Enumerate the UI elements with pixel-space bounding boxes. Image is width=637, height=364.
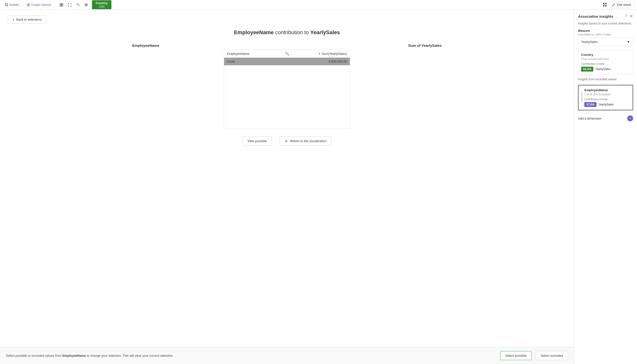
row-employee-name: Kasie [227, 60, 287, 63]
zoom-fit-icon [60, 3, 63, 7]
svg-point-11 [86, 4, 87, 5]
svg-point-5 [28, 4, 29, 5]
select-possible-label: Select possible [505, 354, 527, 358]
nav-divider [23, 2, 23, 7]
mini-bar-visual [581, 92, 582, 102]
column-headers: EmployeeName Sum of YearlySales [8, 44, 566, 48]
edit-sheet-button[interactable]: Edit sheet [609, 1, 634, 8]
excluded-field: YearlySales [598, 103, 614, 106]
select-excluded-label: Select excluded [541, 354, 563, 358]
grid-view-icon[interactable] [603, 3, 607, 7]
fullscreen-btn[interactable] [66, 1, 74, 9]
main-layout: Back to selections EmployeeName contribu… [0, 10, 637, 364]
table-row[interactable]: Kasie 4,000,000.00 [224, 58, 350, 66]
bottom-bar-text: Select possible or excluded values from … [6, 353, 496, 358]
panel-actions: ? ✕ [625, 14, 633, 19]
country-tab[interactable]: Country CAN [92, 0, 111, 9]
back-button-label: Back to selections [16, 18, 42, 21]
edit-sheet-label: Edit sheet [617, 3, 631, 6]
country-tab-label: Country [96, 1, 108, 5]
top-nav: Assets Insight Advisor [0, 0, 637, 10]
excluded-contribution-row: 37.8% YearlySales [584, 102, 630, 107]
svg-rect-1 [7, 4, 8, 4]
add-dimension-row[interactable]: Add a dimension + [578, 113, 633, 123]
row-sales-value: 4,000,000.00 [287, 60, 347, 63]
title-field1: EmployeeName [234, 29, 274, 36]
title-middle: contribution to [274, 29, 310, 36]
svg-rect-2 [5, 5, 6, 6]
svg-point-10 [85, 4, 87, 6]
measure-sublabel: Calculated on 100% of data [578, 33, 633, 36]
back-arrow-icon [12, 18, 15, 21]
add-dimension-plus-icon[interactable]: + [627, 116, 633, 121]
viz-table: EmployeeName 🔍 ▼ Sum(YearlySales) Kasie … [224, 50, 350, 129]
table-header-employee: EmployeeName [227, 52, 249, 56]
panel-header: Associative insights ? ✕ [578, 14, 633, 19]
bottom-buttons: View possible Return to the visualizatio… [8, 136, 566, 146]
panel-help-icon[interactable]: ? [625, 14, 627, 18]
return-arrow-icon [285, 140, 288, 143]
back-to-selections-button[interactable]: Back to selections [8, 16, 46, 24]
right-panel: Associative insights ? ✕ Insights based … [574, 10, 637, 364]
mini-bar [581, 88, 582, 105]
svg-rect-0 [5, 4, 6, 4]
measure-dropdown-icon: ▼ [627, 40, 630, 44]
selection-contribution-label: Contribution to total [581, 62, 630, 65]
excluded-card-title: EmployeeName [584, 88, 630, 92]
select-excluded-button[interactable]: Select excluded [535, 351, 568, 360]
selection-field: YearlySales [595, 68, 610, 71]
viz-empty-area [224, 66, 350, 128]
insight-icon [27, 3, 30, 6]
edit-icon [612, 3, 615, 6]
panel-close-icon[interactable]: ✕ [629, 14, 633, 19]
selection-card-title: Country [581, 53, 630, 56]
return-visualization-button[interactable]: Return to the visualization [280, 136, 332, 146]
nav-icon-group [58, 1, 90, 9]
measure-value: YearlySales [581, 40, 598, 44]
table-search-icon[interactable]: 🔍 [285, 52, 289, 56]
measure-select[interactable]: YearlySales ▼ [578, 38, 633, 46]
col-header-left: EmployeeName [132, 44, 159, 48]
target-icon [84, 3, 88, 7]
measure-section: Measure Calculated on 100% of data Yearl… [578, 29, 633, 46]
assets-nav-item[interactable]: Assets [3, 2, 21, 8]
measure-label: Measure [578, 29, 633, 32]
table-header-sales: Sum(YearlySales) [322, 52, 347, 56]
excluded-contribution-label: Contribution to total [584, 98, 630, 101]
content-area: Back to selections EmployeeName contribu… [0, 10, 574, 364]
view-possible-label: View possible [248, 139, 267, 143]
country-tab-sub: CAN [99, 5, 104, 8]
col-header-right: Sum of YearlySales [408, 44, 442, 48]
add-dimension-label: Add a dimension [578, 117, 601, 120]
svg-rect-6 [60, 4, 61, 4]
svg-line-16 [614, 4, 615, 4]
assets-icon [5, 3, 8, 6]
excluded-card[interactable]: EmployeeName 1 of 20 (5% excluded) Contr… [578, 85, 633, 110]
viz-table-header: EmployeeName 🔍 ▼ Sum(YearlySales) [224, 50, 350, 58]
rotate-btn[interactable] [74, 1, 82, 9]
selection-contribution-row: 62.2% YearlySales [581, 67, 630, 72]
excluded-card-sub: 1 of 20 (5% excluded) [584, 93, 630, 96]
current-selection-card[interactable]: Country (Your current selection) Contrib… [578, 50, 633, 75]
svg-rect-7 [62, 4, 63, 4]
panel-subtitle: Insights based on your current selection… [578, 22, 633, 25]
bottom-text-prefix: Select possible or excluded values from [6, 354, 62, 358]
target-btn[interactable] [82, 1, 90, 9]
excluded-section-label: Insights from excluded values: [578, 78, 633, 81]
select-possible-button[interactable]: Select possible [500, 351, 532, 360]
zoom-fit-btn[interactable] [58, 1, 65, 9]
title-field2: YearlySales [310, 29, 340, 36]
insight-advisor-label: Insight Advisor [31, 3, 52, 6]
bottom-field-name: EmployeeName [62, 354, 86, 358]
svg-rect-3 [7, 5, 8, 6]
return-viz-label: Return to the visualization [290, 139, 327, 143]
assets-label: Assets [9, 3, 19, 6]
rotate-icon [76, 3, 80, 7]
insight-advisor-nav[interactable]: Insight Advisor [25, 2, 54, 8]
view-possible-button[interactable]: View possible [242, 136, 272, 146]
sort-arrow-icon[interactable]: ▼ [318, 52, 321, 56]
selection-badge: 62.2% [581, 67, 593, 72]
bottom-text-suffix: to change your selection. This will clea… [86, 354, 174, 358]
selection-card-sub: (Your current selection) [581, 58, 630, 60]
fullscreen-icon [68, 3, 72, 7]
